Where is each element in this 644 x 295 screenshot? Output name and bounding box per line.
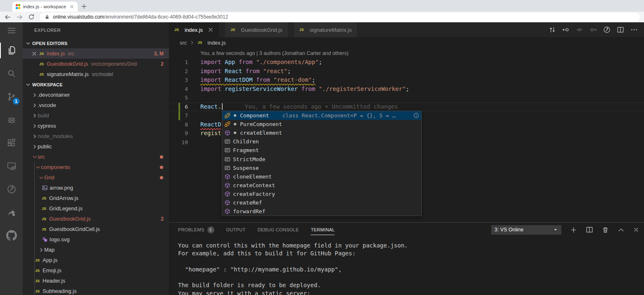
tree-item-gridarrow-js[interactable]: JSGridArrow.js — [23, 193, 169, 203]
suggestion-createfactory[interactable]: createFactory — [222, 190, 421, 198]
breadcrumb-file[interactable]: index.js — [207, 40, 226, 46]
suggestion-fragment[interactable]: Fragment — [222, 146, 421, 155]
live-share-session-icon[interactable] — [603, 26, 611, 33]
tree-item-build[interactable]: build — [23, 110, 169, 121]
workspace-header[interactable]: WORKSPACE — [23, 79, 169, 90]
open-editor-signaturematrix-js[interactable]: JSsignatureMatrix.jssrc/model — [23, 69, 169, 79]
terminal-output[interactable]: You can control this with the homepage f… — [169, 237, 644, 295]
menu-icon[interactable] — [0, 22, 23, 39]
tree-item-cypress[interactable]: cypress — [23, 121, 169, 131]
source-control-icon[interactable]: 1 — [0, 85, 23, 108]
code-line-6[interactable]: 6React.You, a few seconds ago • Uncommit… — [169, 102, 644, 112]
panel-tab-label: DEBUG CONSOLE — [258, 227, 299, 232]
previous-change-icon[interactable] — [562, 26, 570, 33]
editor-tab-guestbookgrid-js[interactable]: JSGuestbookGrid.js — [225, 22, 288, 37]
extensions-icon[interactable] — [0, 131, 23, 155]
suggestion-component[interactable]: ★Componentclass React.Component<P = {}, … — [222, 111, 421, 120]
suggestion-children[interactable]: Children — [222, 137, 421, 146]
tree-item-logo-svg[interactable]: logo.svg — [23, 234, 169, 245]
terminal-picker[interactable]: 3: VS Online — [491, 225, 561, 235]
tree-item-components[interactable]: components — [23, 162, 169, 172]
close-panel-icon[interactable] — [633, 227, 639, 233]
breadcrumb[interactable]: src JS index.js — [169, 37, 644, 48]
tree-item-map[interactable]: Map — [23, 245, 169, 255]
breadcrumb-folder[interactable]: src — [180, 40, 187, 46]
split-editor-icon[interactable] — [617, 26, 624, 33]
tree-item-grid[interactable]: Grid — [23, 172, 169, 183]
code-line-3[interactable]: 3import ReactDOM from "react-dom"; — [169, 76, 644, 85]
suggestion-cloneelement[interactable]: cloneElement — [222, 172, 421, 181]
suggestion-label: createElement — [240, 130, 282, 136]
code-line-2[interactable]: 2import React from "react"; — [169, 67, 644, 76]
code-line-1[interactable]: 1import App from "./components/App"; — [169, 58, 644, 67]
suggestion-createcontext[interactable]: createContext — [222, 181, 421, 190]
tree-item-subheading-js[interactable]: JSSubheading.js — [23, 286, 169, 295]
close-icon[interactable] — [31, 51, 39, 57]
suggestion-purecomponent[interactable]: ★PureComponent — [222, 120, 421, 128]
open-editor-guestbookgrid-js[interactable]: JSGuestbookGrid.jssrc/components/Grid2 — [23, 59, 169, 69]
info-icon[interactable] — [413, 112, 419, 119]
tree-item-vscode[interactable]: .vscode — [23, 100, 169, 110]
editor-tab-signaturematrix-js[interactable]: JSsignatureMatrix.js — [294, 22, 357, 37]
close-icon[interactable] — [208, 27, 214, 33]
token: "react-dom" — [273, 76, 312, 83]
suggestion-suspense[interactable]: Suspense — [222, 164, 421, 172]
url-bar[interactable]: online.visualstudio.com/environment/7de8… — [40, 13, 640, 21]
code-line-5[interactable]: 5 — [169, 93, 644, 102]
panel-tab-debug-console[interactable]: DEBUG CONSOLE — [258, 223, 299, 237]
forward-icon[interactable] — [16, 14, 23, 21]
tree-item-gridlegend-js[interactable]: JSGridLegend.js — [23, 203, 169, 214]
tree-item-app-js[interactable]: JSApp.js — [23, 255, 169, 265]
more-actions-icon[interactable] — [630, 26, 638, 33]
editor-tab-index-js[interactable]: JSindex.js — [169, 22, 219, 37]
live-share-icon[interactable] — [0, 178, 23, 201]
tree-item-devcontainer[interactable]: .devcontainer — [23, 90, 169, 100]
panel-tab-problems[interactable]: PROBLEMS5 — [178, 223, 214, 237]
current-change-icon[interactable] — [576, 26, 583, 33]
tree-item-label: Header.js — [43, 278, 65, 284]
suggestion-strictmode[interactable]: StrictMode — [222, 155, 421, 163]
tree-item-label: build — [38, 112, 49, 119]
chevron-right-icon — [32, 92, 38, 98]
open-changes-icon[interactable] — [549, 26, 556, 33]
tree-item-arrow-png[interactable]: arrow.png — [23, 183, 169, 193]
github-icon[interactable] — [0, 224, 23, 247]
tree-item-node-modules[interactable]: node_modules — [23, 131, 169, 141]
open-editor-index-js[interactable]: JSindex.jssrc3, M — [23, 48, 169, 59]
codelens-annotation[interactable]: You, a few seconds ago | 3 authors (Jona… — [169, 49, 644, 58]
svg-file-icon — [42, 236, 50, 243]
line-number: 1 — [169, 58, 188, 67]
share-icon[interactable] — [0, 201, 23, 224]
tree-item-header-js[interactable]: JSHeader.js — [23, 276, 169, 286]
debug-icon[interactable] — [0, 108, 23, 131]
suggestion-createelement[interactable]: ★createElement — [222, 128, 421, 137]
tree-item-guestbookgridcell-js[interactable]: JSGuestbookGridCell.js — [23, 224, 169, 234]
browser-tab[interactable]: index.js - workspace - Visual Stud — [12, 2, 78, 12]
search-icon[interactable] — [0, 62, 23, 85]
remote-explorer-icon[interactable] — [0, 155, 23, 178]
kill-terminal-icon[interactable] — [602, 226, 609, 233]
reload-icon[interactable] — [28, 14, 35, 20]
new-tab-button[interactable] — [80, 2, 88, 10]
new-terminal-icon[interactable] — [570, 226, 577, 233]
next-change-icon[interactable] — [589, 26, 597, 33]
suggestion-createref[interactable]: createRef — [222, 198, 421, 207]
tree-item-emoji-js[interactable]: JSEmoji.js — [23, 265, 169, 276]
code-editor[interactable]: You, a few seconds ago | 3 authors (Jona… — [169, 48, 644, 222]
token: . — [218, 103, 221, 110]
explorer-icon[interactable] — [0, 39, 23, 62]
tree-item-src[interactable]: src — [23, 152, 169, 162]
panel-tab-output[interactable]: OUTPUT — [226, 223, 246, 237]
maximize-panel-icon[interactable] — [618, 226, 625, 233]
back-icon[interactable] — [4, 14, 11, 21]
split-terminal-icon[interactable] — [586, 226, 593, 233]
open-editors-header[interactable]: OPEN EDITORS — [23, 38, 169, 48]
line-number: 3 — [169, 76, 188, 85]
panel-tab-terminal[interactable]: TERMINAL — [311, 223, 335, 237]
tree-item-guestbookgrid-js[interactable]: JSGuestbookGrid.js2 — [23, 214, 169, 224]
tab-close-icon[interactable] — [69, 4, 74, 9]
tree-item-public[interactable]: public — [23, 141, 169, 152]
open-editors-label: OPEN EDITORS — [32, 41, 67, 46]
code-line-4[interactable]: 4import registerServiceWorker from "./re… — [169, 85, 644, 94]
suggestion-forwardref[interactable]: forwardRef — [222, 207, 421, 216]
